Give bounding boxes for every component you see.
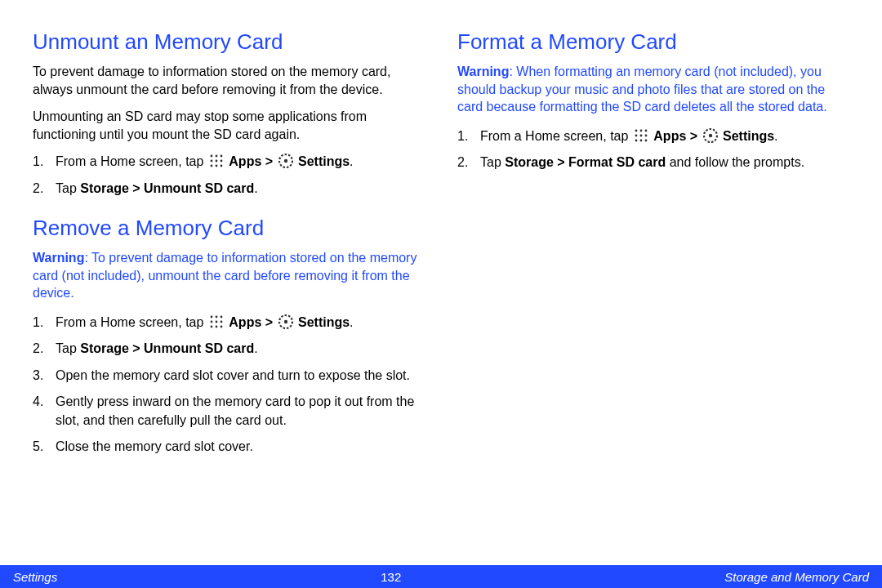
- step-format-2: Tap Storage > Format SD card and follow …: [457, 154, 849, 172]
- step-post: .: [350, 315, 353, 329]
- settings-label: Settings: [298, 154, 350, 168]
- step-text: From a Home screen, tap: [56, 315, 207, 329]
- settings-label: Settings: [298, 315, 350, 329]
- step-post: .: [774, 129, 777, 143]
- apps-label: Apps >: [229, 154, 276, 168]
- heading-remove: Remove a Memory Card: [33, 216, 425, 241]
- step-bold: Storage > Format SD card: [505, 155, 666, 169]
- heading-format: Format a Memory Card: [457, 29, 849, 55]
- step-bold: Storage > Unmount SD card: [80, 341, 254, 355]
- footer-left: Settings: [13, 570, 57, 584]
- step-post: .: [350, 154, 353, 168]
- svg-point-3: [210, 160, 212, 163]
- para-unmount-1: To prevent damage to information stored …: [33, 63, 425, 98]
- footer-right: Storage and Memory Card: [724, 570, 869, 584]
- svg-point-32: [708, 134, 711, 137]
- svg-point-5: [220, 160, 222, 163]
- svg-point-25: [635, 134, 637, 136]
- svg-point-13: [220, 316, 222, 318]
- svg-point-19: [220, 326, 222, 328]
- warning-format: Warning: When formatting an memory card …: [457, 63, 849, 116]
- heading-unmount: Unmount an Memory Card: [33, 29, 425, 55]
- svg-point-4: [215, 160, 217, 163]
- svg-point-15: [215, 321, 217, 323]
- footer-page-number: 132: [381, 570, 401, 584]
- left-column: Unmount an Memory Card To prevent damage…: [33, 24, 425, 557]
- warning-text: : To prevent damage to information store…: [33, 251, 416, 300]
- apps-label: Apps >: [229, 315, 276, 329]
- apps-grid-icon: [634, 128, 648, 143]
- svg-point-28: [635, 139, 637, 141]
- svg-point-7: [215, 165, 217, 167]
- settings-gear-icon: [278, 154, 293, 168]
- right-column: Format a Memory Card Warning: When forma…: [457, 24, 849, 557]
- step-text: Tap: [56, 181, 80, 195]
- apps-grid-icon: [209, 154, 224, 168]
- step-post: and follow the prompts.: [666, 155, 804, 169]
- apps-grid-icon: [209, 314, 224, 329]
- para-unmount-2: Unmounting an SD card may stop some appl…: [33, 108, 425, 143]
- step-remove-4: Gently press inward on the memory card t…: [33, 393, 425, 430]
- step-text: Tap: [480, 155, 505, 169]
- step-text: Tap: [56, 341, 80, 355]
- steps-unmount: From a Home screen, tap Apps > Settings.…: [33, 153, 425, 198]
- svg-point-26: [639, 134, 642, 136]
- step-remove-3: Open the memory card slot cover and turn…: [33, 367, 425, 385]
- step-text: From a Home screen, tap: [480, 129, 632, 143]
- manual-page: Unmount an Memory Card To prevent damage…: [0, 0, 882, 588]
- svg-point-0: [210, 155, 212, 158]
- svg-point-2: [220, 155, 222, 158]
- svg-point-1: [215, 155, 217, 158]
- svg-point-16: [220, 321, 222, 323]
- svg-point-18: [215, 326, 217, 328]
- step-remove-5: Close the memory card slot cover.: [33, 438, 425, 456]
- svg-point-30: [644, 139, 647, 141]
- svg-point-27: [644, 134, 647, 136]
- steps-remove: From a Home screen, tap Apps > Settings.…: [33, 314, 425, 456]
- svg-point-21: [283, 320, 287, 323]
- warning-remove: Warning: To prevent damage to informatio…: [33, 249, 425, 302]
- warning-text: : When formatting an memory card (not in…: [457, 65, 827, 114]
- svg-point-23: [639, 129, 642, 131]
- svg-point-10: [283, 159, 287, 163]
- svg-point-29: [639, 139, 642, 141]
- step-bold: Storage > Unmount SD card: [80, 181, 254, 195]
- svg-point-24: [644, 129, 647, 131]
- settings-label: Settings: [723, 129, 774, 143]
- step-text: From a Home screen, tap: [56, 154, 207, 168]
- svg-point-17: [210, 326, 212, 328]
- steps-format: From a Home screen, tap Apps > Settings.…: [457, 127, 849, 172]
- apps-label: Apps >: [653, 129, 701, 143]
- step-post: .: [254, 341, 257, 355]
- warning-label: Warning: [33, 251, 84, 265]
- svg-point-8: [220, 165, 222, 167]
- step-format-1: From a Home screen, tap Apps > Settings.: [457, 127, 849, 145]
- page-footer: Settings 132 Storage and Memory Card: [0, 565, 882, 588]
- content-columns: Unmount an Memory Card To prevent damage…: [0, 0, 882, 565]
- svg-point-6: [210, 165, 212, 167]
- step-unmount-1: From a Home screen, tap Apps > Settings.: [33, 153, 425, 171]
- settings-gear-icon: [703, 128, 718, 143]
- svg-point-14: [210, 321, 212, 323]
- warning-label: Warning: [457, 65, 509, 78]
- settings-gear-icon: [278, 314, 293, 329]
- svg-point-12: [215, 316, 217, 318]
- step-post: .: [254, 181, 257, 195]
- step-remove-2: Tap Storage > Unmount SD card.: [33, 340, 425, 358]
- step-remove-1: From a Home screen, tap Apps > Settings.: [33, 314, 425, 332]
- step-unmount-2: Tap Storage > Unmount SD card.: [33, 180, 425, 198]
- svg-point-22: [635, 129, 637, 131]
- svg-point-11: [210, 316, 212, 318]
